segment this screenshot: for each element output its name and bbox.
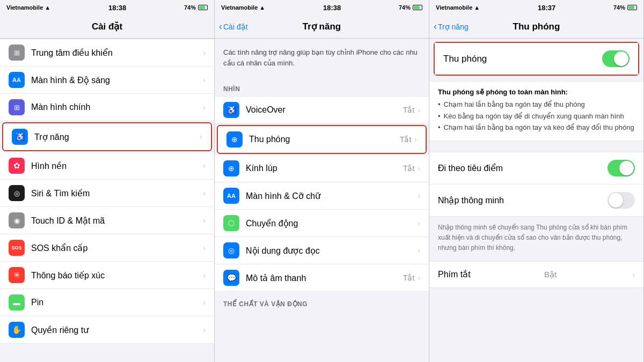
status-left: Vietnamobile ▲ [6, 4, 50, 11]
settings-item-man-hinh-co-chu[interactable]: AA Màn hình & Cỡ chữ › [215, 182, 429, 210]
carrier-label: Vietnamobile [6, 4, 43, 11]
nav-bar-panel2: ‹ Cài đặt Trợ năng [215, 15, 429, 39]
panel-settings: Vietnamobile ▲ 18:38 74% Cài đặt ⊞ Trung… [0, 0, 215, 362]
thong-bao-label: Thông báo tiếp xúc [31, 270, 203, 280]
nhap-thong-minh-row: Nhập thông minh [429, 184, 643, 217]
bullet-1: • [438, 99, 441, 110]
thu-phong-label: Thu phóng [249, 135, 400, 144]
nhap-thong-minh-toggle[interactable] [608, 192, 635, 209]
voiceover-chevron: › [418, 106, 420, 114]
phim-tat-row[interactable]: Phím tắt Bật › [429, 261, 643, 288]
thong-bao-icon: ✳ [9, 267, 25, 283]
battery-label-2: 74% [399, 4, 411, 11]
panel-thu-phong: Vietnamobile ▲ 18:37 74% ‹ Trợ năng Thu … [429, 0, 644, 362]
chuyen-dong-icon: ⬡ [223, 215, 239, 231]
trung-tam-chevron: › [203, 48, 206, 57]
nav-back-panel3[interactable]: ‹ Trợ năng [434, 21, 469, 32]
battery-icon-3 [627, 5, 637, 10]
smart-input-desc-container: Nhập thông minh sẽ chuyển sang Thu phóng… [429, 217, 643, 261]
kinh-lup-label: Kính lúp [246, 164, 403, 173]
settings-item-noi-dung-doc[interactable]: ◎ Nội dung được đọc › [215, 237, 429, 264]
carrier-label-2: Vietnamobile [221, 4, 258, 11]
nav-title-panel3: Thu phóng [513, 21, 560, 32]
time-label-3: 18:37 [538, 4, 555, 12]
battery-icon-2 [413, 5, 422, 10]
settings-item-mo-ta-am-thanh[interactable]: 💬 Mô tả âm thanh Tắt › [215, 264, 429, 292]
thu-phong-desc-title: Thu phóng sẽ phóng to toàn màn hình: [438, 88, 635, 96]
settings-item-sos[interactable]: SOS SOS khẩn cấp › [0, 234, 214, 262]
hinh-nen-chevron: › [203, 161, 206, 170]
settings-item-thong-bao[interactable]: ✳ Thông báo tiếp xúc › [0, 262, 214, 289]
voiceover-value: Tắt [403, 106, 414, 114]
main-toggle-container: Thu phóng [434, 42, 639, 76]
tro-nang-label: Trợ năng [34, 132, 200, 142]
chuyen-dong-chevron: › [418, 219, 420, 227]
thu-phong-desc-item-1: • Chạm hai lần bằng ba ngón tay để thu p… [438, 99, 635, 110]
wifi-icon-2: ▲ [259, 4, 265, 11]
settings-item-voiceover[interactable]: ♿ VoiceOver Tắt › [215, 96, 429, 124]
wifi-icon-3: ▲ [474, 4, 480, 11]
settings-item-chuyen-dong[interactable]: ⬡ Chuyển động › [215, 210, 429, 237]
pin-label: Pin [31, 298, 203, 307]
man-hinh-co-chu-chevron: › [418, 191, 420, 200]
settings-item-quyen-rieng-tu[interactable]: ✋ Quyền riêng tư › [0, 316, 214, 344]
bullet-3: • [438, 122, 441, 133]
nhap-thong-minh-label: Nhập thông minh [438, 195, 504, 205]
man-hinh-do-sang-chevron: › [203, 76, 206, 84]
back-chevron-2: ‹ [219, 21, 222, 32]
thu-phong-desc-item-2: • Kéo bằng ba ngón tay để di chuyển xung… [438, 111, 635, 122]
sos-icon: SOS [9, 240, 25, 256]
wifi-icon: ▲ [45, 4, 50, 11]
settings-item-man-hinh-chinh[interactable]: ⊞ Màn hình chính › [0, 94, 214, 121]
di-theo-tieu-diem-row: Đi theo tiêu điểm [429, 152, 643, 184]
settings-item-touch-id[interactable]: ◉ Touch ID & Mật mã › [0, 207, 214, 234]
nav-bar-panel3: ‹ Trợ năng Thu phóng [429, 15, 643, 39]
kinh-lup-chevron: › [418, 164, 420, 173]
kinh-lup-value: Tắt [403, 164, 414, 173]
battery-icon [198, 5, 208, 10]
settings-item-man-hinh-do-sang[interactable]: AA Màn hình & Độ sáng › [0, 67, 214, 94]
mo-ta-am-thanh-label: Mô tả âm thanh [246, 273, 403, 283]
settings-item-trung-tam[interactable]: ⊞ Trung tâm điều khiển › [0, 39, 214, 67]
battery-fill [199, 6, 205, 9]
carrier-label-3: Vietnamobile [436, 4, 472, 11]
tro-nang-icon: ♿ [12, 129, 28, 145]
settings-item-hinh-nen[interactable]: ✿ Hình nền › [0, 152, 214, 180]
man-hinh-do-sang-label: Màn hình & Độ sáng [31, 75, 203, 85]
di-theo-tieu-diem-thumb [619, 161, 634, 175]
settings-item-siri[interactable]: ◎ Siri & Tìm kiếm › [0, 180, 214, 207]
trung-tam-icon: ⊞ [9, 45, 25, 61]
battery-fill-3 [628, 6, 634, 9]
phim-tat-chevron: › [632, 270, 635, 279]
tro-nang-list: ♿ VoiceOver Tắt › ⊕ Thu phóng Tắt › ⊕ Kí… [215, 96, 429, 362]
status-left-3: Vietnamobile ▲ [436, 4, 480, 11]
status-bar-panel1: Vietnamobile ▲ 18:38 74% [0, 0, 214, 15]
back-chevron-3: ‹ [434, 21, 437, 32]
mo-ta-am-thanh-value: Tắt [403, 274, 414, 282]
thu-phong-desc-text-2: Kéo bằng ba ngón tay để di chuyển xung q… [444, 111, 624, 122]
nhap-thong-minh-thumb [609, 193, 623, 208]
settings-item-kinh-lup[interactable]: ⊕ Kính lúp Tắt › [215, 155, 429, 182]
voiceover-label: VoiceOver [246, 105, 403, 115]
thu-phong-icon: ⊕ [226, 131, 243, 147]
settings-item-thu-phong[interactable]: ⊕ Thu phóng Tắt › [217, 125, 427, 154]
noi-dung-doc-chevron: › [418, 246, 420, 255]
smart-input-desc: Nhập thông minh sẽ chuyển sang Thu phóng… [438, 224, 627, 252]
thu-phong-toggle-thumb [614, 51, 628, 66]
settings-item-tro-nang[interactable]: ♿ Trợ năng › [2, 122, 212, 151]
touch-id-chevron: › [203, 216, 206, 225]
thu-phong-toggle-row: Thu phóng [435, 43, 638, 75]
nav-back-panel2[interactable]: ‹ Cài đặt [219, 21, 248, 32]
status-bar-panel2: Vietnamobile ▲ 18:38 74% [215, 0, 429, 15]
group-gap-1 [429, 141, 643, 152]
man-hinh-co-chu-label: Màn hình & Cỡ chữ [246, 191, 418, 201]
settings-list-panel1: ⊞ Trung tâm điều khiển › AA Màn hình & Đ… [0, 39, 214, 362]
thu-phong-toggle[interactable] [602, 50, 630, 67]
settings-item-pin[interactable]: ▬ Pin › [0, 289, 214, 316]
quyen-rieng-tu-icon: ✋ [9, 322, 25, 338]
tro-nang-chevron: › [200, 132, 202, 141]
di-theo-tieu-diem-toggle[interactable] [608, 160, 635, 176]
thu-phong-desc-text-3: Chạm hai lần bằng ba ngón tay và kéo để … [444, 122, 634, 133]
status-right-2: 74% [399, 4, 422, 11]
thu-phong-desc-box: Thu phóng sẽ phóng to toàn màn hình: • C… [429, 81, 643, 141]
